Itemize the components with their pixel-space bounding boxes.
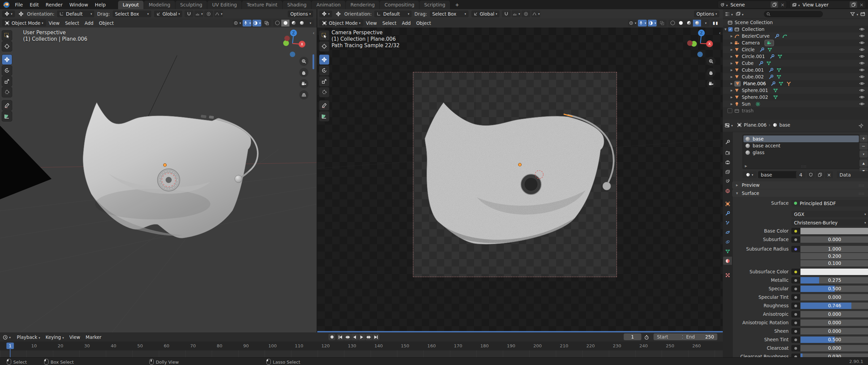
view-layer-browse-icon[interactable]: ▾ [790, 2, 800, 7]
socket-icon[interactable] [791, 294, 800, 300]
editor-type-dropdown[interactable]: ▾ [3, 334, 11, 340]
timeline-track[interactable] [0, 350, 723, 357]
outliner-row-trash[interactable]: trash [723, 107, 868, 114]
subsurface-color-swatch[interactable] [800, 269, 868, 275]
menu-add-right[interactable]: Add [399, 20, 413, 26]
modifier-wrench-icon[interactable] [769, 74, 774, 79]
tab-animation[interactable]: Animation [312, 1, 345, 9]
tab-texture-paint[interactable]: Texture Paint [242, 1, 282, 9]
roughness-slider[interactable]: 0.746 [800, 303, 868, 309]
menu-add-left[interactable]: Add [82, 20, 96, 26]
outliner-row-plane-006[interactable]: ▶ Plane.006 [723, 80, 868, 87]
pivot-point-icon[interactable]: ▾ [628, 20, 637, 26]
menu-select-right[interactable]: Select [380, 20, 399, 26]
mesh-data-icon[interactable] [767, 47, 772, 52]
material-slot-glass[interactable]: glass [743, 149, 859, 156]
pan-view-button[interactable] [706, 68, 716, 77]
options-dropdown[interactable]: Options▾ [288, 11, 313, 17]
fake-user-shield-icon[interactable] [807, 171, 815, 178]
disclosure-triangle[interactable]: ▶ [729, 103, 734, 106]
falloff-icon[interactable]: ▾ [531, 11, 540, 17]
eye-icon[interactable] [859, 26, 865, 32]
sheen-tint-slider[interactable]: 0.500 [800, 336, 868, 343]
breadcrumb-object[interactable]: Plane.006 [744, 122, 767, 128]
outliner-search-input[interactable] [764, 11, 823, 17]
radius-y-field[interactable]: 0.200 [800, 253, 868, 259]
preview-panel-header[interactable]: ▶Preview:::: [732, 181, 868, 189]
scene-browse-icon[interactable]: ▾ [718, 2, 728, 7]
eye-icon[interactable] [859, 60, 865, 66]
pivot-dropdown[interactable]: Global▾ [154, 11, 183, 17]
base-color-swatch[interactable] [800, 228, 868, 234]
tab-object-data[interactable] [723, 247, 732, 255]
outliner-row-cube-001[interactable]: ▶ Cube.001 [723, 67, 868, 73]
display-mode-dropdown[interactable]: ▾ [736, 11, 744, 17]
shading-rendered-icon[interactable] [693, 20, 701, 26]
material-name-field[interactable]: base [758, 171, 797, 178]
anisotropic-slider[interactable]: 0.000 [800, 311, 868, 317]
tool-annotate[interactable] [319, 100, 329, 111]
eye-icon[interactable] [859, 74, 865, 79]
editor-type-dropdown[interactable]: ▾ [724, 122, 733, 128]
modifier-wrench-icon[interactable] [758, 61, 763, 66]
tool-annotate[interactable] [2, 100, 12, 111]
jump-to-end-button[interactable] [373, 334, 379, 340]
menu-view-right[interactable]: View [363, 20, 380, 26]
mode-dropdown-left[interactable]: Object Mode▾ [2, 19, 46, 26]
tab-texture[interactable] [723, 271, 732, 279]
drag-dropdown[interactable]: Select Box▾ [113, 11, 151, 17]
socket-icon[interactable] [791, 236, 800, 243]
slot-specials-button[interactable]: ▾ [859, 150, 868, 158]
disclosure-triangle[interactable]: ▶ [729, 96, 734, 99]
radius-z-field[interactable]: 0.100 [800, 260, 868, 267]
orientation-dropdown[interactable]: Default▾ [374, 11, 412, 17]
material-slot-base[interactable]: base [743, 135, 859, 142]
eye-icon[interactable] [859, 33, 865, 39]
modifier-wrench-icon[interactable] [771, 81, 776, 86]
tool-cursor[interactable] [2, 41, 12, 52]
snap-toggle-icon[interactable] [502, 11, 511, 17]
camera-view-button[interactable] [299, 79, 308, 88]
tab-modifiers[interactable] [723, 209, 732, 217]
transform-icon[interactable] [336, 11, 341, 17]
viewport-canvas-right[interactable]: Z X Camera Perspective (1) Collection | … [317, 28, 723, 332]
disclosure-triangle[interactable]: ▶ [729, 35, 734, 38]
specular-tint-slider[interactable]: 0.000 [800, 294, 868, 300]
timeline-ruler[interactable]: 1020304050607080901001101201301401501601… [0, 342, 723, 351]
tab-render[interactable] [723, 149, 732, 157]
add-slot-button[interactable]: + [859, 134, 868, 142]
mesh-data-icon[interactable] [766, 61, 771, 66]
modifier-wrench-icon[interactable] [769, 68, 774, 73]
editor-type-dropdown[interactable]: ▾ [725, 11, 733, 17]
play-reverse-button[interactable] [351, 334, 358, 340]
eye-icon[interactable] [859, 88, 865, 93]
mesh-data-icon[interactable] [773, 95, 778, 100]
new-collection-button[interactable] [860, 11, 865, 17]
gizmos-toggle-icon[interactable]: ▾ [243, 20, 251, 26]
metallic-slider[interactable]: 0.275 [800, 277, 868, 284]
menu-view[interactable]: View [67, 334, 83, 340]
outliner-row-beziercurve[interactable]: ▶ BezierCurve [723, 33, 868, 39]
outliner-row-circle[interactable]: ▶ Circle [723, 46, 868, 53]
disclosure-triangle[interactable]: ▶ [729, 62, 734, 65]
transform-icon[interactable] [18, 11, 24, 17]
tab-view-layer[interactable] [723, 168, 732, 176]
modifier-wrench-icon[interactable] [770, 54, 775, 59]
tab-compositing[interactable]: Compositing [380, 1, 419, 9]
xray-toggle-icon[interactable] [658, 20, 666, 26]
users-count-button[interactable]: 4 [796, 171, 806, 178]
snap-toggle-icon[interactable] [185, 11, 193, 17]
outliner-row-circle-001[interactable]: ▶ Circle.001 [723, 53, 868, 60]
modifier-wrench-icon[interactable] [759, 47, 765, 52]
viewport-scrollbar-thumb[interactable] [313, 54, 314, 69]
shading-options-chevron[interactable]: ▾ [701, 20, 709, 26]
shading-wireframe-icon[interactable] [668, 20, 677, 26]
eye-icon[interactable] [859, 47, 865, 52]
shading-material-icon[interactable] [685, 20, 693, 26]
eye-icon[interactable] [859, 40, 865, 45]
view-layer-copy-button[interactable] [850, 1, 857, 8]
play-button[interactable] [358, 334, 365, 340]
mesh-data-icon[interactable] [776, 74, 781, 79]
eye-icon[interactable] [859, 101, 865, 107]
tab-sculpting[interactable]: Sculpting [175, 1, 207, 9]
